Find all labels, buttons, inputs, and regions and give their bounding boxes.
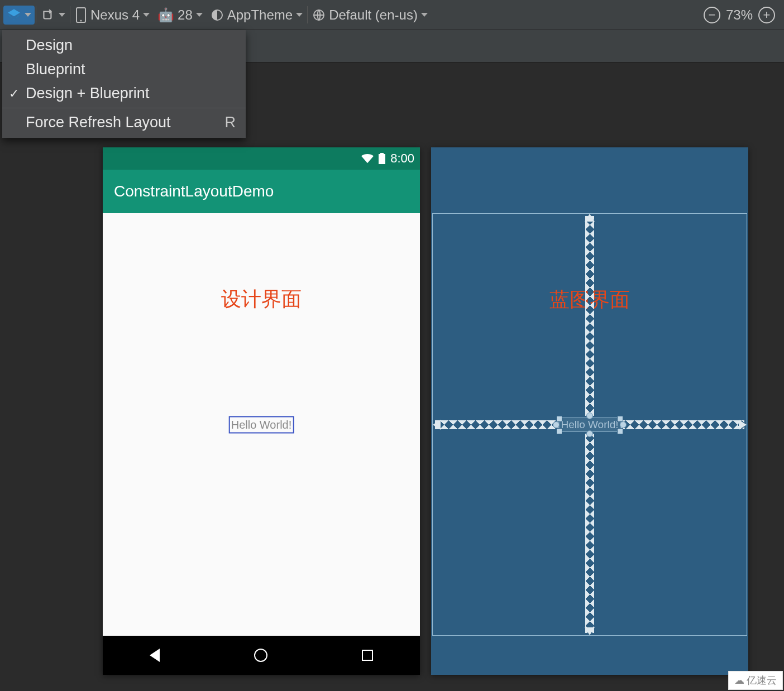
device-label: Nexus 4 bbox=[90, 7, 140, 23]
selection-handle[interactable] bbox=[556, 428, 562, 434]
theme-selector[interactable]: AppTheme bbox=[207, 5, 306, 25]
locale-selector[interactable]: Default (en-us) bbox=[309, 5, 431, 25]
constraint-anchor[interactable] bbox=[586, 412, 593, 419]
caret-down-icon bbox=[25, 13, 31, 17]
zoom-in-button[interactable]: + bbox=[758, 7, 775, 23]
zoom-out-button[interactable]: − bbox=[704, 7, 720, 23]
arrow-down-icon bbox=[585, 627, 595, 635]
svg-point-1 bbox=[80, 20, 82, 21]
dropdown-separator bbox=[2, 108, 246, 108]
caret-down-icon bbox=[196, 13, 203, 17]
svg-rect-5 bbox=[380, 153, 384, 155]
nav-back-icon[interactable] bbox=[150, 649, 160, 662]
app-title: ConstraintLayoutDemo bbox=[114, 183, 274, 200]
dropdown-item-design[interactable]: Design bbox=[2, 33, 246, 57]
dropdown-label: Force Refresh Layout bbox=[26, 114, 171, 131]
dropdown-label: Design + Blueprint bbox=[26, 85, 149, 102]
rotate-icon bbox=[41, 8, 55, 22]
check-icon: ✓ bbox=[9, 87, 26, 101]
phone-icon bbox=[75, 7, 87, 23]
watermark-icon: ☁ bbox=[734, 674, 744, 687]
nav-home-icon[interactable] bbox=[254, 649, 267, 662]
blueprint-frame: 蓝图界面 Hello World! bbox=[432, 213, 747, 636]
layers-icon bbox=[7, 8, 21, 22]
design-content[interactable]: 设计界面 Hello World! bbox=[103, 213, 420, 636]
api-level-label: 28 bbox=[178, 7, 193, 23]
dropdown-label: Blueprint bbox=[26, 61, 85, 78]
globe-icon bbox=[312, 8, 326, 22]
theme-label: AppTheme bbox=[227, 7, 293, 23]
zoom-level: 73% bbox=[726, 7, 753, 23]
theme-icon bbox=[211, 8, 224, 22]
android-icon: 🤖 bbox=[157, 7, 174, 23]
api-selector[interactable]: 🤖 28 bbox=[154, 5, 206, 25]
design-canvas[interactable]: 8:00 ConstraintLayoutDemo 设计界面 Hello Wor… bbox=[0, 63, 784, 691]
battery-icon bbox=[378, 153, 386, 164]
device-selector[interactable]: Nexus 4 bbox=[71, 5, 153, 25]
arrow-right-icon bbox=[739, 420, 747, 430]
blueprint-textview-hello[interactable]: Hello World! bbox=[558, 418, 620, 432]
constraint-spring-right bbox=[621, 420, 744, 429]
annotation-design: 设计界面 bbox=[221, 286, 302, 313]
status-bar: 8:00 bbox=[103, 147, 420, 170]
status-time: 8:00 bbox=[390, 151, 414, 166]
dropdown-item-force-refresh[interactable]: Force Refresh Layout R bbox=[2, 111, 246, 135]
dropdown-label: Design bbox=[26, 37, 73, 54]
watermark: ☁ 亿速云 bbox=[728, 671, 783, 690]
dropdown-shortcut: R bbox=[225, 114, 236, 131]
selection-handle[interactable] bbox=[556, 416, 562, 422]
watermark-text: 亿速云 bbox=[747, 674, 777, 687]
orientation-button[interactable] bbox=[37, 6, 69, 25]
dropdown-item-design-blueprint[interactable]: ✓ Design + Blueprint bbox=[2, 81, 246, 105]
wifi-icon bbox=[361, 153, 374, 164]
navigation-bar bbox=[103, 636, 420, 675]
caret-down-icon bbox=[143, 13, 150, 17]
constraint-spring-left bbox=[435, 420, 558, 429]
caret-down-icon bbox=[296, 13, 303, 17]
caret-down-icon bbox=[421, 13, 428, 17]
locale-label: Default (en-us) bbox=[329, 7, 418, 23]
design-surface-dropdown: Design Blueprint ✓ Design + Blueprint Fo… bbox=[2, 30, 246, 138]
textview-hello[interactable]: Hello World! bbox=[229, 416, 294, 433]
caret-down-icon bbox=[59, 13, 65, 17]
arrow-up-icon bbox=[585, 214, 595, 222]
arrow-left-icon bbox=[433, 420, 441, 430]
main-toolbar: Nexus 4 🤖 28 AppTheme Default (en-us) − … bbox=[0, 0, 784, 30]
constraint-anchor[interactable] bbox=[553, 421, 560, 428]
constraint-spring-bottom bbox=[585, 434, 594, 634]
nav-recent-icon[interactable] bbox=[362, 650, 373, 661]
constraint-anchor[interactable] bbox=[586, 430, 593, 437]
device-preview-blueprint[interactable]: 蓝图界面 Hello World! bbox=[431, 147, 748, 675]
constraint-anchor[interactable] bbox=[620, 421, 627, 428]
constraint-spring-top bbox=[585, 216, 594, 416]
design-surface-button[interactable] bbox=[3, 6, 35, 25]
device-preview-design[interactable]: 8:00 ConstraintLayoutDemo 设计界面 Hello Wor… bbox=[103, 147, 420, 675]
selection-handle[interactable] bbox=[617, 428, 623, 434]
action-bar: ConstraintLayoutDemo bbox=[103, 170, 420, 213]
selection-handle[interactable] bbox=[617, 416, 623, 422]
dropdown-item-blueprint[interactable]: Blueprint bbox=[2, 57, 246, 81]
svg-rect-4 bbox=[379, 154, 385, 164]
